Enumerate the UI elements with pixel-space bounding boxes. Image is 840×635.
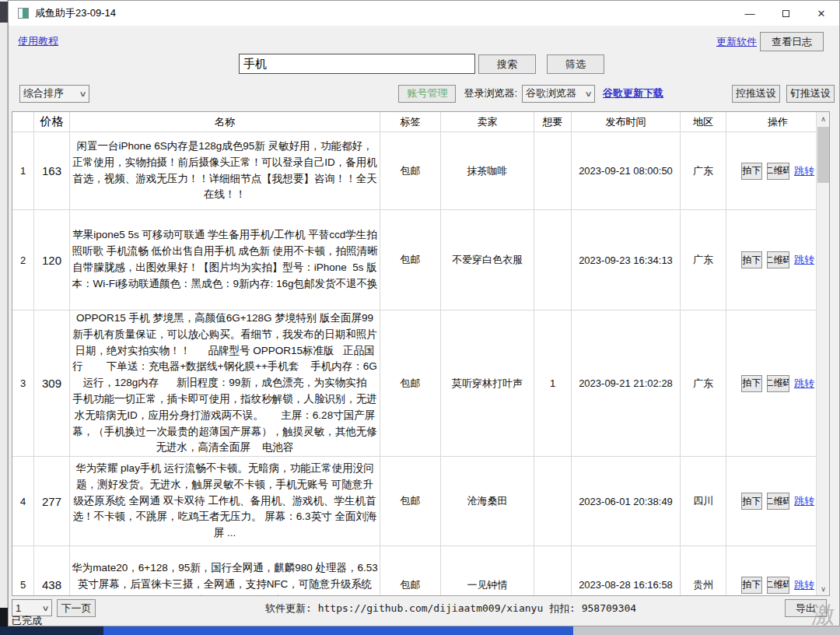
chrome-update-download-link[interactable]: 谷歌更新下载 [603, 86, 663, 100]
column-header: 卖家 [441, 112, 534, 132]
want-count-cell [534, 546, 572, 595]
tag-cell: 包邮 [380, 457, 441, 546]
row-index: 5 [12, 546, 34, 595]
want-count-cell [534, 132, 572, 209]
actions-cell: 拍下二维码跳转 [726, 132, 829, 209]
jump-link[interactable]: 跳转 [794, 494, 814, 508]
qr-code-button[interactable]: 二维码 [767, 375, 789, 392]
update-software-link[interactable]: 更新软件 [716, 35, 757, 49]
price-cell: 277 [34, 457, 70, 546]
maximize-icon[interactable] [768, 1, 803, 26]
status-text: 已完成 [12, 614, 42, 628]
sort-select[interactable]: 综合排序 ∨ [19, 85, 89, 103]
dingtalk-push-setting-button[interactable]: 钉推送设 [786, 85, 835, 103]
price-cell: 438 [34, 546, 70, 595]
tag-cell: 包邮 [380, 132, 441, 209]
jump-link[interactable]: 跳转 [794, 578, 814, 592]
taskbar-blue-segment [103, 626, 573, 635]
tag-cell: 包邮 [380, 210, 441, 310]
chevron-down-icon: ∨ [41, 604, 49, 612]
browser-select[interactable]: 谷歌浏览器 ∨ [522, 85, 595, 103]
window-controls: — ✕ [732, 1, 839, 26]
column-header: 操作 [726, 112, 829, 132]
chevron-down-icon: ∨ [79, 89, 86, 98]
actions-cell: 拍下二维码跳转 [726, 546, 829, 595]
app-window: 咸鱼助手23-09-14 — ✕ 使用教程 更新软件 查看日志 搜索 筛选 综合… [8, 0, 840, 626]
chevron-down-icon: ∨ [584, 89, 592, 98]
column-header: 名称 [70, 112, 380, 132]
minimize-icon[interactable]: — [732, 1, 768, 26]
column-header: 发布时间 [572, 112, 681, 132]
push-setting-button-1[interactable]: 控推送设 [732, 85, 780, 103]
buy-button[interactable]: 拍下 [741, 163, 762, 180]
table-row: 1163闲置一台iPhone 6S内存是128g成色95新 灵敏好用，功能都好，… [12, 132, 829, 210]
seller-cell: 莫听穿林打叶声 [441, 310, 534, 456]
next-page-button[interactable]: 下一页 [57, 599, 96, 617]
account-manage-button[interactable]: 账号管理 [398, 85, 456, 103]
vertical-scrollbar[interactable]: ∧ ∨ [816, 112, 829, 595]
page-select-value: 1 [16, 602, 21, 614]
row-index: 3 [12, 310, 34, 456]
qr-code-button[interactable]: 二维码 [767, 493, 789, 510]
publish-time-cell: 2023-06-01 20:38:49 [572, 457, 681, 546]
qr-code-button[interactable]: 二维码 [767, 251, 789, 268]
row-index: 2 [12, 210, 34, 310]
table-row: 2120苹果ipone5 5s 可移动可联通 学生备用手机/工作机 平替ccd学… [12, 210, 829, 310]
browser-select-value: 谷歌浏览器 [526, 86, 576, 100]
close-icon[interactable]: ✕ [803, 1, 839, 26]
name-cell: 华为mate20，6+128，95新，国行全网通，麒麟980 处理器，6.53英… [70, 546, 380, 595]
price-cell: 120 [34, 210, 70, 310]
tag-cell: 包邮 [380, 310, 441, 456]
view-log-button[interactable]: 查看日志 [760, 32, 824, 51]
table-row: 4277华为荣耀 play手机 运行流畅不卡顿。无暗病，功能正常使用没问题，测好… [12, 457, 829, 546]
name-cell: 华为荣耀 play手机 运行流畅不卡顿。无暗病，功能正常使用没问题，测好发货。无… [70, 457, 380, 546]
region-cell: 广东 [681, 132, 726, 209]
buy-button[interactable]: 拍下 [741, 251, 762, 268]
publish-time-cell: 2023-09-21 08:00:50 [572, 132, 681, 209]
seller-cell: 一见钟情 [441, 546, 534, 595]
background-window-sliver [0, 0, 8, 626]
table-body: 1163闲置一台iPhone 6S内存是128g成色95新 灵敏好用，功能都好，… [12, 132, 829, 595]
seller-cell: 抹茶咖啡 [441, 132, 534, 209]
name-cell: OPPOR15 手机 梦境黑，高颜值6G+128G 梦境特别 版全面屏99新手机… [70, 310, 380, 456]
want-count-cell [534, 210, 572, 310]
region-cell: 贵州 [681, 546, 726, 595]
jump-link[interactable]: 跳转 [794, 377, 814, 391]
window-title: 咸鱼助手23-09-14 [35, 6, 116, 20]
price-cell: 163 [34, 132, 70, 209]
search-button[interactable]: 搜索 [478, 54, 536, 74]
region-cell: 广东 [681, 210, 726, 310]
table-header: 价格名称标签卖家想要发布时间地区操作 [12, 112, 829, 132]
scrollbar-thumb[interactable] [817, 127, 829, 183]
browser-label: 登录浏览器: [464, 86, 517, 100]
actions-cell: 拍下二维码跳转 [726, 210, 829, 310]
buy-button[interactable]: 拍下 [741, 375, 762, 392]
table-row: 3309OPPOR15 手机 梦境黑，高颜值6G+128G 梦境特别 版全面屏9… [12, 310, 829, 457]
actions-cell: 拍下二维码跳转 [726, 457, 829, 546]
seller-cell: 不爱穿白色衣服 [441, 210, 534, 310]
table-row: 5438华为mate20，6+128，95新，国行全网通，麒麟980 处理器，6… [12, 546, 829, 595]
column-header: 价格 [34, 112, 70, 132]
name-cell: 闲置一台iPhone 6S内存是128g成色95新 灵敏好用，功能都好，正常使用… [70, 132, 380, 209]
scroll-down-icon[interactable]: ∨ [817, 582, 830, 595]
name-cell: 苹果ipone5 5s 可移动可联通 学生备用手机/工作机 平替ccd学生拍照听… [70, 210, 380, 310]
actions-cell: 拍下二维码跳转 [726, 310, 829, 456]
scroll-up-icon[interactable]: ∧ [817, 112, 830, 125]
want-count-cell: 1 [534, 310, 572, 456]
column-header: 想要 [534, 112, 572, 132]
background-icon-strip [0, 2, 8, 23]
tag-cell: 包邮 [380, 546, 441, 595]
jump-link[interactable]: 跳转 [794, 164, 814, 178]
taskbar-strip [0, 626, 840, 635]
background-dark-corner [0, 608, 8, 626]
qr-code-button[interactable]: 二维码 [767, 163, 789, 180]
buy-button[interactable]: 拍下 [741, 493, 762, 510]
qr-code-button[interactable]: 二维码 [767, 577, 789, 594]
search-input[interactable] [239, 54, 475, 74]
screen: 咸鱼助手23-09-14 — ✕ 使用教程 更新软件 查看日志 搜索 筛选 综合… [0, 0, 840, 635]
filter-button[interactable]: 筛选 [547, 54, 604, 74]
jump-link[interactable]: 跳转 [794, 253, 814, 267]
tutorial-link[interactable]: 使用教程 [18, 34, 58, 48]
buy-button[interactable]: 拍下 [741, 577, 762, 594]
title-bar: 咸鱼助手23-09-14 — ✕ [9, 1, 839, 26]
